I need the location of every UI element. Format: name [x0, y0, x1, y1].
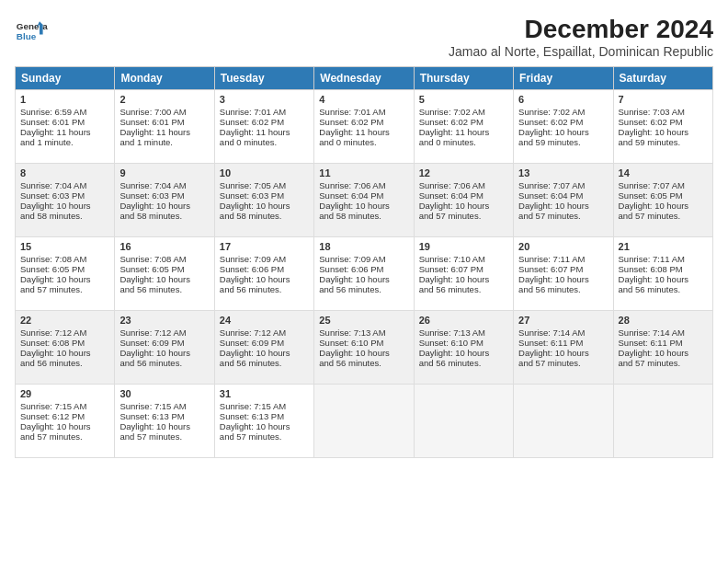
calendar-cell: 5Sunrise: 7:02 AMSunset: 6:02 PMDaylight…: [414, 90, 513, 164]
day-info-line: Daylight: 10 hours: [220, 421, 309, 431]
day-info-line: Sunrise: 7:15 AM: [20, 401, 109, 411]
calendar-cell: 29Sunrise: 7:15 AMSunset: 6:12 PMDayligh…: [16, 385, 115, 458]
title-block: December 2024 Jamao al Norte, Espaillat,…: [449, 15, 713, 59]
day-info-line: Sunrise: 6:59 AM: [20, 107, 109, 117]
day-info-line: and 57 minutes.: [419, 211, 508, 221]
calendar-cell: 24Sunrise: 7:12 AMSunset: 6:09 PMDayligh…: [214, 311, 313, 385]
day-number: 26: [419, 315, 508, 326]
day-info-line: Sunrise: 7:09 AM: [319, 254, 408, 264]
calendar-cell: 7Sunrise: 7:03 AMSunset: 6:02 PMDaylight…: [613, 90, 712, 164]
day-info-line: Sunrise: 7:04 AM: [119, 180, 209, 190]
day-info-line: Daylight: 11 hours: [220, 127, 309, 137]
day-info-line: Daylight: 10 hours: [319, 201, 408, 211]
day-info-line: Sunset: 6:02 PM: [419, 117, 508, 127]
day-info-line: Daylight: 10 hours: [619, 274, 708, 284]
day-info-line: Sunset: 6:04 PM: [419, 190, 508, 201]
day-info-line: Sunset: 6:08 PM: [619, 264, 708, 274]
calendar-cell: 30Sunrise: 7:15 AMSunset: 6:13 PMDayligh…: [115, 385, 214, 458]
calendar-cell: 8Sunrise: 7:04 AMSunset: 6:03 PMDaylight…: [16, 164, 115, 237]
calendar-cell: 3Sunrise: 7:01 AMSunset: 6:02 PMDaylight…: [214, 90, 313, 164]
calendar-cell: 22Sunrise: 7:12 AMSunset: 6:08 PMDayligh…: [16, 311, 115, 385]
day-info-line: Daylight: 10 hours: [619, 201, 708, 211]
day-info-line: Sunrise: 7:12 AM: [220, 327, 309, 338]
day-info-line: Sunset: 6:06 PM: [220, 264, 309, 274]
calendar-cell: 15Sunrise: 7:08 AMSunset: 6:05 PMDayligh…: [16, 237, 115, 311]
header-friday: Friday: [514, 67, 613, 90]
day-info-line: Sunset: 6:13 PM: [119, 411, 209, 421]
svg-text:Blue: Blue: [17, 31, 37, 41]
day-info-line: Daylight: 10 hours: [619, 127, 708, 137]
day-info-line: Sunrise: 7:13 AM: [419, 327, 508, 338]
calendar-cell: 31Sunrise: 7:15 AMSunset: 6:13 PMDayligh…: [214, 385, 313, 458]
day-info-line: Sunrise: 7:15 AM: [119, 401, 209, 411]
page-header: General Blue December 2024 Jamao al Nort…: [15, 15, 713, 59]
day-info-line: Sunset: 6:11 PM: [518, 338, 608, 348]
calendar-table: SundayMondayTuesdayWednesdayThursdayFrid…: [15, 66, 713, 458]
day-info-line: Sunrise: 7:13 AM: [319, 327, 408, 338]
day-info-line: and 56 minutes.: [619, 284, 708, 294]
day-info-line: Sunrise: 7:08 AM: [20, 254, 109, 264]
day-number: 22: [20, 315, 109, 326]
day-info-line: and 58 minutes.: [220, 211, 309, 221]
day-info-line: and 57 minutes.: [20, 284, 109, 294]
header-wednesday: Wednesday: [314, 67, 414, 90]
header-monday: Monday: [115, 67, 214, 90]
day-info-line: and 57 minutes.: [220, 431, 309, 442]
day-info-line: and 56 minutes.: [518, 284, 608, 294]
day-number: 28: [619, 315, 708, 326]
day-number: 18: [319, 241, 408, 252]
day-number: 9: [119, 167, 209, 178]
day-info-line: and 1 minute.: [119, 137, 209, 147]
day-number: 1: [20, 94, 109, 105]
day-info-line: Sunrise: 7:02 AM: [518, 107, 608, 117]
day-info-line: Sunset: 6:11 PM: [619, 338, 708, 348]
day-info-line: Sunset: 6:08 PM: [20, 338, 109, 348]
day-info-line: Sunset: 6:05 PM: [619, 190, 708, 201]
calendar-cell: 16Sunrise: 7:08 AMSunset: 6:05 PMDayligh…: [115, 237, 214, 311]
day-info-line: Sunset: 6:04 PM: [518, 190, 608, 201]
day-info-line: Daylight: 10 hours: [518, 348, 608, 358]
day-info-line: Daylight: 10 hours: [220, 348, 309, 358]
calendar-week-row: 8Sunrise: 7:04 AMSunset: 6:03 PMDaylight…: [16, 164, 713, 237]
day-info-line: and 57 minutes.: [619, 358, 708, 368]
day-info-line: Sunset: 6:13 PM: [220, 411, 309, 421]
day-info-line: Sunrise: 7:00 AM: [119, 107, 209, 117]
day-number: 4: [319, 94, 408, 105]
day-info-line: and 0 minutes.: [220, 137, 309, 147]
day-number: 7: [619, 94, 708, 105]
day-info-line: Daylight: 10 hours: [119, 201, 209, 211]
calendar-cell: [414, 385, 513, 458]
day-number: 24: [220, 315, 309, 326]
day-info-line: Sunset: 6:10 PM: [419, 338, 508, 348]
day-info-line: Sunset: 6:02 PM: [319, 117, 408, 127]
day-info-line: Sunset: 6:01 PM: [119, 117, 209, 127]
day-number: 15: [20, 241, 109, 252]
calendar-cell: 18Sunrise: 7:09 AMSunset: 6:06 PMDayligh…: [314, 237, 414, 311]
calendar-cell: 2Sunrise: 7:00 AMSunset: 6:01 PMDaylight…: [115, 90, 214, 164]
calendar-week-row: 15Sunrise: 7:08 AMSunset: 6:05 PMDayligh…: [16, 237, 713, 311]
day-info-line: Sunset: 6:03 PM: [119, 190, 209, 201]
day-info-line: and 57 minutes.: [20, 431, 109, 442]
day-info-line: Daylight: 10 hours: [220, 274, 309, 284]
day-info-line: Sunrise: 7:07 AM: [518, 180, 608, 190]
day-number: 3: [220, 94, 309, 105]
day-info-line: and 57 minutes.: [619, 211, 708, 221]
day-info-line: Sunset: 6:02 PM: [518, 117, 608, 127]
calendar-cell: 9Sunrise: 7:04 AMSunset: 6:03 PMDaylight…: [115, 164, 214, 237]
day-info-line: Sunrise: 7:03 AM: [619, 107, 708, 117]
day-number: 14: [619, 167, 708, 178]
calendar-cell: 17Sunrise: 7:09 AMSunset: 6:06 PMDayligh…: [214, 237, 313, 311]
day-number: 8: [20, 167, 109, 178]
day-info-line: Daylight: 11 hours: [119, 127, 209, 137]
day-info-line: Sunrise: 7:06 AM: [319, 180, 408, 190]
day-info-line: and 59 minutes.: [518, 137, 608, 147]
calendar-cell: 11Sunrise: 7:06 AMSunset: 6:04 PMDayligh…: [314, 164, 414, 237]
day-info-line: Sunset: 6:02 PM: [220, 117, 309, 127]
day-info-line: Sunrise: 7:12 AM: [119, 327, 209, 338]
day-number: 23: [119, 315, 209, 326]
calendar-cell: 1Sunrise: 6:59 AMSunset: 6:01 PMDaylight…: [16, 90, 115, 164]
day-number: 10: [220, 167, 309, 178]
day-number: 29: [20, 388, 109, 399]
day-info-line: Sunset: 6:10 PM: [319, 338, 408, 348]
calendar-cell: 13Sunrise: 7:07 AMSunset: 6:04 PMDayligh…: [514, 164, 613, 237]
